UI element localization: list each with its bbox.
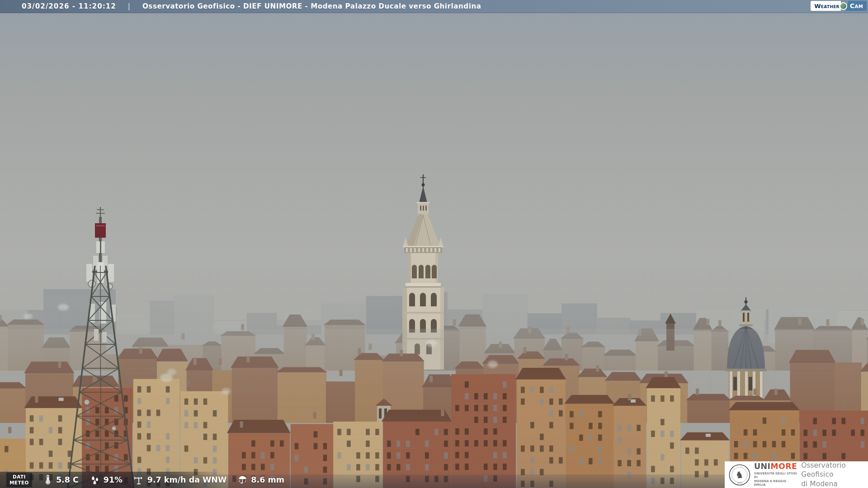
weathercam-globe-icon: [840, 2, 847, 10]
humidity-icon: [90, 474, 100, 485]
unimore-wordmark: UNIMORE UNIVERSITÀ DEGLI STUDI DI MODENA…: [754, 463, 797, 487]
observatory-name: Osservatorio Geofisico di Modena: [801, 461, 868, 488]
unimore-subtitle-line1: UNIVERSITÀ DEGLI STUDI DI: [754, 472, 797, 479]
unimore-seal-icon: ♞ 1175: [729, 464, 750, 486]
temperature-reading: 5.8 C: [43, 474, 79, 485]
svg-text:♞: ♞: [736, 469, 744, 480]
unimore-more-text: MORE: [770, 462, 797, 471]
unimore-logo-box: ♞ 1175 UNIMORE UNIVERSITÀ DEGLI STUDI DI…: [725, 461, 868, 488]
humidity-reading: 91%: [90, 474, 123, 485]
unimore-subtitle-line2: MODENA E REGGIO EMILIA: [754, 479, 797, 487]
datetime-label: 03/02/2026 - 11:20:12: [22, 2, 116, 10]
wind-vane-icon: [133, 474, 144, 485]
webcam-photo: [0, 13, 868, 488]
dati-meteo-label: DATI METEO: [6, 473, 32, 487]
weathercam-logo: Weather Cam: [811, 1, 867, 11]
webcam-frame: { "topbar": { "datetime": "03/02/2026 - …: [0, 0, 868, 488]
thermometer-icon: [43, 474, 53, 485]
weathercam-text-cam: Cam: [846, 1, 867, 11]
topbar-separator: |: [128, 2, 131, 10]
camera-title: Osservatorio Geofisico - DIEF UNIMORE - …: [142, 2, 481, 10]
rain-reading: 8.6 mm: [237, 474, 284, 485]
rain-icon: [237, 474, 248, 485]
topbar: 03/02/2026 - 11:20:12 | Osservatorio Geo…: [0, 0, 868, 13]
svg-text:1175: 1175: [737, 482, 742, 484]
wind-reading: 9.7 km/h da WNW: [133, 474, 227, 485]
meteo-bar: DATI METEO 5.8 C 91%: [0, 472, 222, 488]
unimore-uni-text: UNI: [754, 462, 770, 471]
weathercam-text-weather: Weather: [811, 1, 841, 11]
